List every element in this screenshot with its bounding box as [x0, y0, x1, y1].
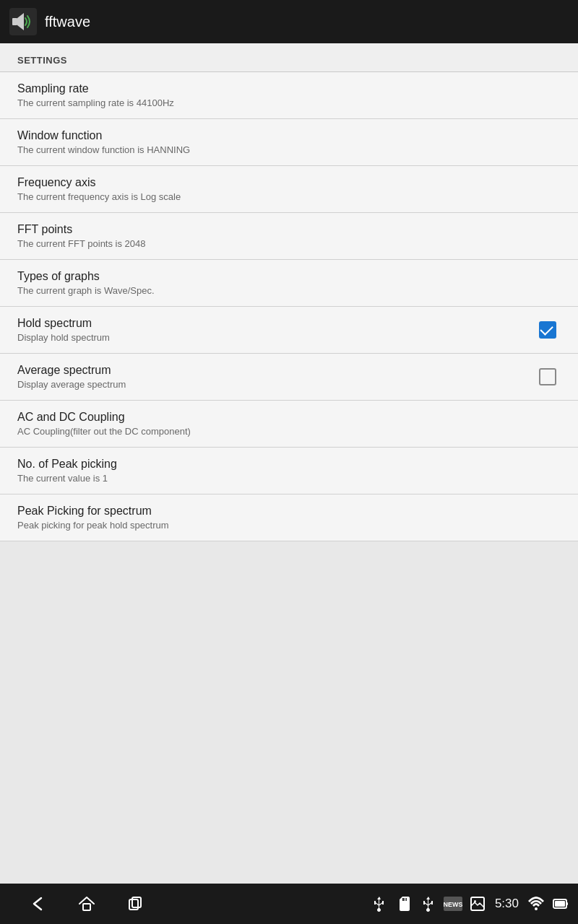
settings-item-title-frequency-axis: Frequency axis — [17, 176, 561, 189]
svg-rect-12 — [566, 902, 568, 905]
settings-item-subtitle-fft-points: The current FFT points is 2048 — [17, 238, 561, 249]
home-button[interactable] — [72, 889, 101, 918]
settings-item-title-hold-spectrum: Hold spectrum — [17, 317, 535, 330]
svg-point-10 — [535, 907, 538, 910]
back-button[interactable] — [24, 889, 53, 918]
settings-item-title-window-function: Window function — [17, 129, 561, 142]
settings-item-subtitle-ac-dc-coupling: AC Coupling(filter out the DC component) — [17, 426, 561, 437]
settings-item-subtitle-window-function: The current window function is HANNING — [17, 144, 561, 155]
settings-item-title-peak-picking-no: No. of Peak picking — [17, 458, 561, 471]
settings-header: SETTINGS — [0, 43, 578, 71]
settings-item-subtitle-sampling-rate: The current sampling rate is 44100Hz — [17, 97, 561, 108]
settings-item-text-ac-dc-coupling: AC and DC CouplingAC Coupling(filter out… — [17, 411, 561, 437]
settings-item-types-of-graphs[interactable]: Types of graphsThe current graph is Wave… — [0, 260, 578, 307]
battery-icon — [551, 894, 571, 914]
svg-rect-13 — [555, 901, 565, 907]
settings-list: Sampling rateThe current sampling rate i… — [0, 72, 578, 541]
settings-item-hold-spectrum[interactable]: Hold spectrumDisplay hold spectrum — [0, 307, 578, 354]
settings-item-title-sampling-rate: Sampling rate — [17, 82, 561, 95]
nav-bar: NEWS 5:30 — [0, 884, 578, 924]
settings-item-text-types-of-graphs: Types of graphsThe current graph is Wave… — [17, 270, 561, 296]
settings-item-window-function[interactable]: Window functionThe current window functi… — [0, 119, 578, 166]
settings-item-frequency-axis[interactable]: Frequency axisThe current frequency axis… — [0, 166, 578, 213]
image-icon — [467, 894, 488, 914]
settings-item-text-hold-spectrum: Hold spectrumDisplay hold spectrum — [17, 317, 535, 343]
settings-item-title-average-spectrum: Average spectrum — [17, 364, 535, 377]
settings-item-text-peak-picking-no: No. of Peak pickingThe current value is … — [17, 458, 561, 484]
settings-item-average-spectrum[interactable]: Average spectrumDisplay average spectrum — [0, 354, 578, 401]
settings-item-subtitle-frequency-axis: The current frequency axis is Log scale — [17, 191, 561, 202]
checkbox-checked-icon — [539, 321, 556, 339]
settings-item-text-fft-points: FFT pointsThe current FFT points is 2048 — [17, 223, 561, 249]
settings-content: SETTINGS Sampling rateThe current sampli… — [0, 43, 578, 884]
settings-item-subtitle-average-spectrum: Display average spectrum — [17, 379, 535, 390]
settings-item-subtitle-peak-picking-spectrum: Peak picking for peak hold spectrum — [17, 520, 561, 531]
settings-item-fft-points[interactable]: FFT pointsThe current FFT points is 2048 — [0, 213, 578, 260]
svg-rect-3 — [83, 904, 90, 910]
status-time: 5:30 — [495, 897, 519, 911]
settings-section: SETTINGS Sampling rateThe current sampli… — [0, 43, 578, 541]
settings-item-peak-picking-spectrum[interactable]: Peak Picking for spectrumPeak picking fo… — [0, 494, 578, 541]
svg-text:NEWS: NEWS — [444, 901, 462, 908]
settings-item-text-peak-picking-spectrum: Peak Picking for spectrumPeak picking fo… — [17, 505, 561, 531]
settings-item-title-types-of-graphs: Types of graphs — [17, 270, 561, 283]
usb-icon — [369, 894, 389, 914]
app-icon — [9, 7, 38, 36]
news-icon: NEWS — [443, 894, 463, 914]
settings-item-subtitle-hold-spectrum: Display hold spectrum — [17, 332, 535, 343]
checkbox-hold-spectrum[interactable] — [535, 317, 561, 343]
settings-item-text-average-spectrum: Average spectrumDisplay average spectrum — [17, 364, 535, 390]
settings-item-text-frequency-axis: Frequency axisThe current frequency axis… — [17, 176, 561, 202]
settings-item-text-sampling-rate: Sampling rateThe current sampling rate i… — [17, 82, 561, 108]
sd-card-icon — [394, 894, 414, 914]
settings-item-peak-picking-no[interactable]: No. of Peak pickingThe current value is … — [0, 448, 578, 494]
checkbox-average-spectrum[interactable] — [535, 364, 561, 390]
checkbox-unchecked-icon — [539, 368, 556, 385]
settings-item-title-fft-points: FFT points — [17, 223, 561, 236]
settings-item-ac-dc-coupling[interactable]: AC and DC CouplingAC Coupling(filter out… — [0, 401, 578, 448]
app-bar: fftwave — [0, 0, 578, 43]
nav-right: NEWS 5:30 — [362, 894, 578, 914]
svg-rect-1 — [12, 18, 17, 25]
app-title: fftwave — [45, 14, 90, 30]
recents-button[interactable] — [121, 889, 150, 918]
settings-item-title-ac-dc-coupling: AC and DC Coupling — [17, 411, 561, 424]
usb2-icon — [418, 894, 439, 914]
settings-item-sampling-rate[interactable]: Sampling rateThe current sampling rate i… — [0, 72, 578, 119]
settings-item-text-window-function: Window functionThe current window functi… — [17, 129, 561, 155]
wifi-icon — [526, 894, 546, 914]
settings-item-subtitle-peak-picking-no: The current value is 1 — [17, 473, 561, 484]
settings-item-subtitle-types-of-graphs: The current graph is Wave/Spec. — [17, 285, 561, 296]
nav-left — [0, 889, 173, 918]
settings-item-title-peak-picking-spectrum: Peak Picking for spectrum — [17, 505, 561, 518]
